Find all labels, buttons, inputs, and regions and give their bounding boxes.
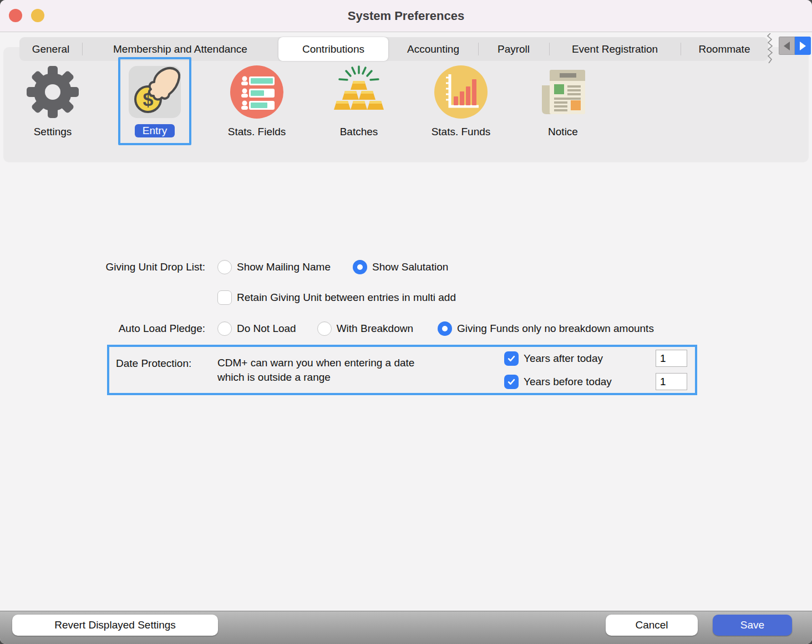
years-after-today-checkbox[interactable] — [504, 351, 519, 366]
auto-load-pledge-label: Auto Load Pledge: — [0, 323, 205, 335]
toolbar-item-label: Notice — [548, 126, 578, 138]
contributions-toolbar: Settings $ Entry — [2, 47, 614, 138]
system-preferences-window: System Preferences General Membership an… — [0, 0, 812, 644]
years-before-today-checkbox[interactable] — [504, 375, 519, 389]
description-line-1: CDM+ can warn you when entering a date — [217, 356, 414, 370]
checkbox-label: Retain Giving Unit between entries in mu… — [237, 292, 456, 304]
checkbox-label: Years after today — [524, 352, 603, 365]
retain-giving-unit-row: Retain Giving Unit between entries in mu… — [217, 290, 456, 305]
radio-label: Do Not Load — [237, 323, 296, 335]
toolbar-item-entry[interactable]: $ Entry — [104, 47, 206, 138]
cancel-button[interactable]: Cancel — [606, 615, 698, 636]
toolbar-item-notice[interactable]: Notice — [512, 47, 614, 138]
option-show-mailing-name[interactable]: Show Mailing Name — [217, 260, 331, 274]
radio-show-salutation[interactable] — [353, 260, 367, 274]
tab-overflow-tear-icon — [766, 33, 775, 63]
years-before-today-input[interactable] — [656, 373, 687, 390]
years-after-today-input[interactable] — [656, 350, 687, 367]
toolbar-item-settings[interactable]: Settings — [2, 47, 104, 138]
tab-roommate[interactable]: Roommate — [681, 37, 768, 61]
tab-scroll-left-button[interactable] — [779, 37, 795, 55]
toolbar-item-label: Stats. Fields — [228, 126, 286, 138]
description-line-2: which is outside a range — [217, 370, 414, 385]
footer-bar: Revert Displayed Settings Cancel Save — [0, 611, 812, 644]
gear-icon — [26, 65, 79, 119]
toolbar-item-label: Stats. Funds — [432, 126, 491, 138]
giving-unit-label: Giving Unit Drop List: — [0, 261, 205, 273]
radio-label: With Breakdown — [337, 323, 413, 335]
option-do-not-load[interactable]: Do Not Load — [217, 321, 296, 336]
gold-bars-icon — [332, 65, 385, 119]
check-icon — [506, 354, 516, 364]
option-years-before-today[interactable]: Years before today — [504, 375, 612, 389]
radio-with-breakdown[interactable] — [317, 321, 332, 336]
radio-label: Show Salutation — [372, 261, 448, 273]
check-icon — [506, 377, 516, 387]
right-arrow-icon — [800, 42, 806, 50]
toolbar-item-batches[interactable]: Batches — [308, 47, 410, 138]
people-list-icon — [230, 65, 283, 119]
selected-item-frame — [118, 57, 191, 145]
auto-load-pledge-row: Auto Load Pledge: Do Not Load With Break… — [0, 321, 654, 336]
date-protection-description: CDM+ can warn you when entering a date w… — [217, 356, 414, 385]
bar-chart-icon — [434, 65, 488, 119]
radio-label: Giving Funds only no breakdown amounts — [457, 323, 654, 335]
option-show-salutation[interactable]: Show Salutation — [353, 260, 448, 274]
retain-giving-unit-checkbox[interactable] — [217, 290, 232, 305]
title-bar: System Preferences — [0, 0, 812, 32]
option-retain-giving-unit[interactable]: Retain Giving Unit between entries in mu… — [217, 290, 456, 305]
giving-unit-row: Giving Unit Drop List: Show Mailing Name… — [0, 260, 448, 274]
revert-displayed-settings-button[interactable]: Revert Displayed Settings — [12, 615, 218, 636]
radio-show-mailing-name[interactable] — [217, 260, 232, 274]
date-protection-label: Date Protection: — [116, 357, 191, 370]
toolbar-item-label: Settings — [34, 126, 72, 138]
checkbox-label: Years before today — [524, 376, 612, 388]
radio-giving-funds-only[interactable] — [438, 321, 452, 336]
save-button[interactable]: Save — [713, 615, 792, 636]
toolbar-item-label: Batches — [340, 126, 378, 138]
option-giving-funds-only[interactable]: Giving Funds only no breakdown amounts — [438, 321, 654, 336]
left-arrow-icon — [784, 42, 790, 50]
date-protection-section: Date Protection: CDM+ can warn you when … — [107, 345, 697, 395]
window-title: System Preferences — [0, 0, 812, 32]
radio-label: Show Mailing Name — [237, 261, 331, 273]
tab-scroll-arrows — [779, 37, 811, 55]
tab-scroll-right-button[interactable] — [795, 37, 811, 55]
newspaper-icon — [536, 65, 590, 119]
radio-do-not-load[interactable] — [217, 321, 232, 336]
option-with-breakdown[interactable]: With Breakdown — [317, 321, 413, 336]
option-years-after-today[interactable]: Years after today — [504, 351, 603, 366]
toolbar-item-stats-fields[interactable]: Stats. Fields — [206, 47, 308, 138]
toolbar-item-stats-funds[interactable]: Stats. Funds — [410, 47, 512, 138]
